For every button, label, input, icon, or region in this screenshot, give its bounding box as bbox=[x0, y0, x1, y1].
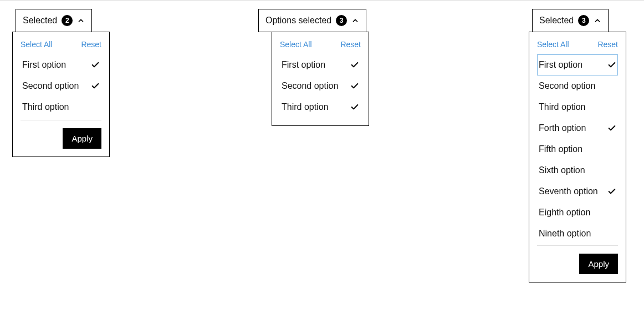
check-icon bbox=[607, 124, 616, 133]
option-label: Second option bbox=[22, 81, 91, 91]
option-item[interactable]: Forth option bbox=[537, 118, 618, 139]
panel-footer: Apply bbox=[21, 120, 101, 149]
dropdown-2: Options selected 3 Select All Reset Firs… bbox=[258, 9, 366, 32]
check-icon bbox=[607, 208, 616, 217]
dropdown-toggle[interactable]: Selected 3 bbox=[532, 9, 609, 32]
reset-link[interactable]: Reset bbox=[81, 40, 101, 49]
check-icon bbox=[350, 103, 359, 112]
apply-button[interactable]: Apply bbox=[63, 128, 101, 149]
chevron-up-icon bbox=[351, 17, 359, 24]
option-item[interactable]: Nineth option bbox=[537, 223, 618, 244]
options-list: First optionSecond optionThird option bbox=[21, 54, 101, 118]
option-item[interactable]: Third option bbox=[21, 97, 101, 118]
option-item[interactable]: First option bbox=[21, 54, 101, 75]
panel-actions: Select All Reset bbox=[21, 40, 101, 49]
select-all-link[interactable]: Select All bbox=[280, 40, 312, 49]
chevron-up-icon bbox=[594, 17, 601, 24]
check-icon bbox=[607, 82, 616, 90]
option-label: Third option bbox=[22, 102, 91, 112]
option-label: Second option bbox=[282, 81, 350, 91]
option-item[interactable]: Sixth option bbox=[537, 160, 618, 181]
option-item[interactable]: Fifth option bbox=[537, 139, 618, 160]
count-badge: 3 bbox=[578, 15, 589, 26]
chevron-up-icon bbox=[77, 17, 85, 24]
dropdown-label: Options selected bbox=[265, 16, 331, 26]
option-item[interactable]: First option bbox=[537, 54, 618, 75]
dropdown-1: Selected 2 Select All Reset First option… bbox=[16, 9, 92, 32]
reset-link[interactable]: Reset bbox=[597, 40, 618, 49]
dropdown-label: Selected bbox=[23, 16, 57, 26]
options-list: First optionSecond optionThird option bbox=[280, 54, 361, 118]
option-label: Seventh option bbox=[539, 186, 607, 196]
count-badge: 3 bbox=[336, 15, 347, 26]
option-item[interactable]: Eighth option bbox=[537, 202, 618, 223]
check-icon bbox=[350, 82, 359, 90]
dropdown-panel: Select All Reset First optionSecond opti… bbox=[529, 32, 626, 282]
option-item[interactable]: Second option bbox=[21, 75, 101, 97]
reset-link[interactable]: Reset bbox=[340, 40, 361, 49]
option-item[interactable]: Second option bbox=[537, 75, 618, 97]
option-item[interactable]: Third option bbox=[537, 97, 618, 118]
check-icon bbox=[607, 166, 616, 175]
check-icon bbox=[607, 60, 616, 69]
option-label: Third option bbox=[282, 102, 350, 112]
option-label: First option bbox=[539, 60, 607, 70]
check-icon bbox=[607, 145, 616, 154]
option-item[interactable]: Second option bbox=[280, 75, 361, 97]
option-label: Eighth option bbox=[539, 208, 607, 218]
check-icon bbox=[607, 187, 616, 196]
check-icon bbox=[350, 60, 359, 69]
dropdown-label: Selected bbox=[539, 16, 574, 26]
check-icon bbox=[607, 103, 616, 112]
panel-actions: Select All Reset bbox=[280, 40, 361, 49]
option-item[interactable]: Seventh option bbox=[537, 181, 618, 202]
dropdown-panel: Select All Reset First optionSecond opti… bbox=[12, 32, 110, 157]
check-icon bbox=[91, 103, 100, 112]
count-badge: 2 bbox=[62, 15, 73, 26]
option-label: Second option bbox=[539, 81, 607, 91]
apply-button[interactable]: Apply bbox=[579, 254, 618, 274]
option-label: First option bbox=[22, 60, 91, 70]
select-all-link[interactable]: Select All bbox=[537, 40, 569, 49]
panel-actions: Select All Reset bbox=[537, 40, 618, 49]
option-label: Nineth option bbox=[539, 229, 607, 239]
option-label: Forth option bbox=[539, 123, 607, 133]
check-icon bbox=[91, 60, 100, 69]
option-item[interactable]: Third option bbox=[280, 97, 361, 118]
option-item[interactable]: First option bbox=[280, 54, 361, 75]
dropdown-3: Selected 3 Select All Reset First option… bbox=[532, 9, 609, 32]
dropdown-toggle[interactable]: Options selected 3 bbox=[258, 9, 366, 32]
option-label: Sixth option bbox=[539, 165, 607, 175]
check-icon bbox=[607, 229, 616, 238]
dropdown-panel: Select All Reset First optionSecond opti… bbox=[272, 32, 369, 126]
check-icon bbox=[91, 82, 100, 90]
option-label: Fifth option bbox=[539, 144, 607, 154]
select-all-link[interactable]: Select All bbox=[21, 40, 53, 49]
option-label: Third option bbox=[539, 102, 607, 112]
option-label: First option bbox=[282, 60, 350, 70]
panel-footer: Apply bbox=[537, 246, 618, 274]
options-list: First optionSecond optionThird optionFor… bbox=[537, 54, 618, 244]
dropdown-toggle[interactable]: Selected 2 bbox=[16, 9, 92, 32]
